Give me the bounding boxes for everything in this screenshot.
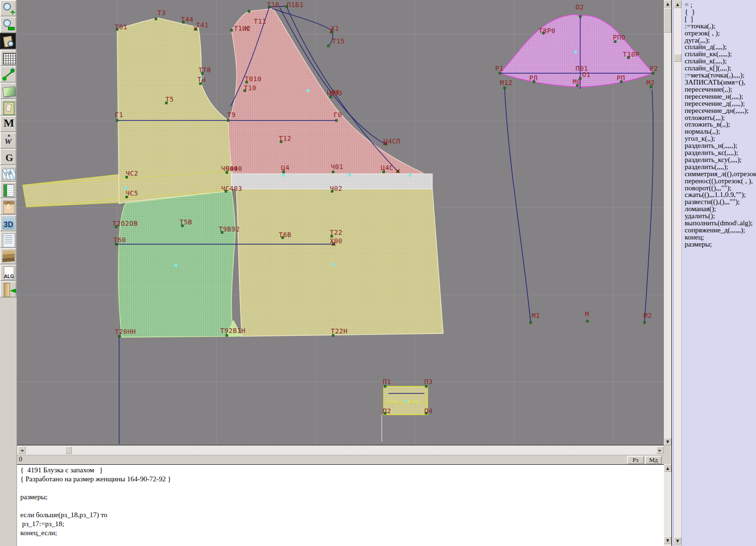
command-item[interactable]: отложить_в(,,); <box>685 121 756 128</box>
command-item[interactable]: разделить_ксу(,,,,); <box>685 156 756 163</box>
pattern-piece-icon <box>1 101 16 115</box>
piece-left-band[interactable] <box>23 174 126 207</box>
piece-front-bodice[interactable] <box>228 9 423 174</box>
toolbar <box>0 0 17 546</box>
segment-icon <box>1 68 16 82</box>
command-item[interactable]: выполнить(dmod\.alg); <box>685 220 756 227</box>
command-panel-scrollbar[interactable]: ▲ ▼ <box>673 0 682 546</box>
scroll-left-button[interactable]: ◄ <box>18 446 26 454</box>
command-item[interactable]: [ ] <box>685 16 756 23</box>
drawing-canvas[interactable]: Т01Т3Т44Т41Т11Т1И2Т16П1Б1Х1Т15ТТ8Т8Т010Т… <box>17 0 664 445</box>
letter-m-button[interactable] <box>0 116 17 132</box>
panel-scroll-up-button[interactable]: ▲ <box>674 0 681 8</box>
exit-icon <box>1 282 16 297</box>
piece-waistband[interactable] <box>232 174 432 189</box>
command-item[interactable]: развести((),(),,,""); <box>685 198 756 205</box>
program-editor[interactable]: { 4191 Блузка с запахом } { Разработано … <box>17 464 664 546</box>
status-row: 0 Рз Мд <box>17 455 664 464</box>
command-item[interactable]: размеры; <box>685 241 756 248</box>
segment-button[interactable] <box>0 66 17 83</box>
scroll-up-button[interactable]: ▲ <box>664 0 671 8</box>
image-button[interactable] <box>0 83 17 99</box>
command-item[interactable]: конец; <box>685 234 756 241</box>
zoom-in-button[interactable] <box>0 0 17 17</box>
command-item[interactable]: ломаная(); <box>685 205 756 213</box>
books-icon <box>1 249 16 264</box>
piece-back-bodice[interactable] <box>117 18 232 204</box>
command-item[interactable]: ЗАПИСАТЬ(имя=(), <box>685 79 756 86</box>
editor-scrollbar[interactable]: ▲ ▼ <box>664 464 671 546</box>
command-item[interactable]: угол_к(,,); <box>685 135 756 142</box>
grid-button[interactable] <box>0 50 17 66</box>
view-piece-icon <box>1 34 16 49</box>
command-item[interactable]: удалить(); <box>685 213 756 220</box>
command-item[interactable]: :=точка(,); <box>685 23 756 30</box>
image-icon <box>1 84 16 98</box>
editor-scroll-up-button[interactable]: ▲ <box>664 464 671 472</box>
command-item[interactable]: разделить_н(,,,,,); <box>685 142 756 149</box>
exit-button[interactable] <box>0 281 17 298</box>
ruler-button[interactable] <box>0 165 17 182</box>
three-d-button[interactable] <box>0 215 17 231</box>
books-button[interactable] <box>0 248 17 264</box>
alg-icon <box>1 266 16 280</box>
horizontal-scroll-thumb[interactable] <box>65 446 72 454</box>
command-item[interactable]: сплайн_д(,,,,); <box>685 43 756 51</box>
letter-g-icon <box>1 150 16 164</box>
command-item[interactable]: нормаль(,,); <box>685 128 756 135</box>
command-item[interactable]: сжать((),,,1.1,0.9,""); <box>685 191 756 198</box>
command-item[interactable]: отложить(,,,); <box>685 114 756 121</box>
command-item[interactable]: сплайн_к(,,,,); <box>685 58 756 65</box>
zoom-out-button[interactable] <box>0 17 17 33</box>
letter-g-button[interactable] <box>0 149 17 165</box>
rz-button[interactable]: Рз <box>627 456 644 464</box>
pattern-piece-button[interactable] <box>0 99 17 116</box>
command-item[interactable]: сплайн_к[](,,,,); <box>685 65 756 72</box>
program-text[interactable]: { 4191 Блузка с запахом } { Разработано … <box>17 465 664 537</box>
grid-icon <box>1 51 16 65</box>
command-item[interactable]: пересечение_дн(,,,,,); <box>685 107 756 114</box>
command-panel: ▲ ▼ = ;{ }[ ]:=точка(,);отрезок( , );дуг… <box>671 0 756 546</box>
command-item[interactable]: = ; <box>685 1 756 9</box>
portrait-button[interactable] <box>0 198 17 215</box>
command-item[interactable]: сплайн_кк(,,,,,); <box>685 51 756 58</box>
alg-button[interactable] <box>0 264 17 281</box>
canvas-vertical-scrollbar[interactable]: ▲ ▼ <box>664 0 671 445</box>
command-list: = ;{ }[ ]:=точка(,);отрезок( , );дуга(,,… <box>685 1 756 248</box>
command-item[interactable]: пересечение_н(,,,,); <box>685 93 756 100</box>
scroll-down-button[interactable]: ▼ <box>664 438 671 445</box>
md-button[interactable]: Мд <box>645 456 662 464</box>
compass-button[interactable] <box>0 132 17 149</box>
command-item[interactable]: симметрия_л((),отрезок <box>685 171 756 178</box>
editor-scroll-down-button[interactable]: ▼ <box>664 537 671 544</box>
scroll-right-button[interactable]: ► <box>656 446 664 454</box>
compass-icon <box>1 134 16 148</box>
three-d-icon <box>1 216 16 230</box>
piece-skirt-front[interactable] <box>236 189 443 336</box>
zoom-out-icon <box>1 18 16 32</box>
table-icon <box>1 183 16 197</box>
command-item[interactable]: разделить_кс(,,,,); <box>685 149 756 156</box>
zoom-in-icon <box>1 1 16 16</box>
command-item[interactable]: отрезок( , ); <box>685 30 756 37</box>
command-item[interactable]: :=метка(точка(,),,,,); <box>685 72 756 79</box>
ruler-icon <box>1 167 16 181</box>
portrait-icon <box>1 200 16 214</box>
command-item[interactable]: разделить(,,,,); <box>685 163 756 171</box>
command-item[interactable]: пересечение_д(,,,,,); <box>685 100 756 107</box>
list-button[interactable] <box>0 231 17 248</box>
vertical-scroll-thumb[interactable] <box>664 8 671 33</box>
command-item[interactable]: дуга(,,,); <box>685 37 756 44</box>
view-piece-button[interactable] <box>0 33 17 50</box>
command-item[interactable]: пересечение(,,); <box>685 86 756 93</box>
panel-scroll-down-button[interactable]: ▼ <box>674 537 681 545</box>
command-item[interactable]: сопряжение_д(,,,,,,); <box>685 227 756 234</box>
command-item[interactable]: перенос((),отрезок( , ), <box>685 178 756 185</box>
list-icon <box>1 233 16 247</box>
panel-scroll-thumb[interactable] <box>674 54 681 62</box>
canvas-horizontal-scrollbar[interactable]: ◄ ► <box>17 445 664 455</box>
command-item[interactable]: поворот((),,,""); <box>685 185 756 192</box>
command-item[interactable]: { } <box>685 9 756 16</box>
table-button[interactable] <box>0 182 17 198</box>
status-line-number: 0 <box>19 456 22 463</box>
